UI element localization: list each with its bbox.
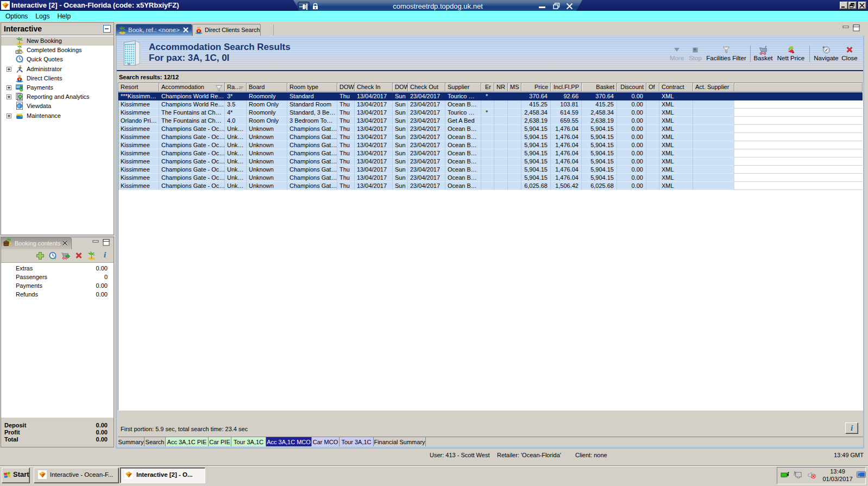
svg-text:$: $ (20, 85, 23, 92)
svg-text:f: f (788, 471, 789, 475)
